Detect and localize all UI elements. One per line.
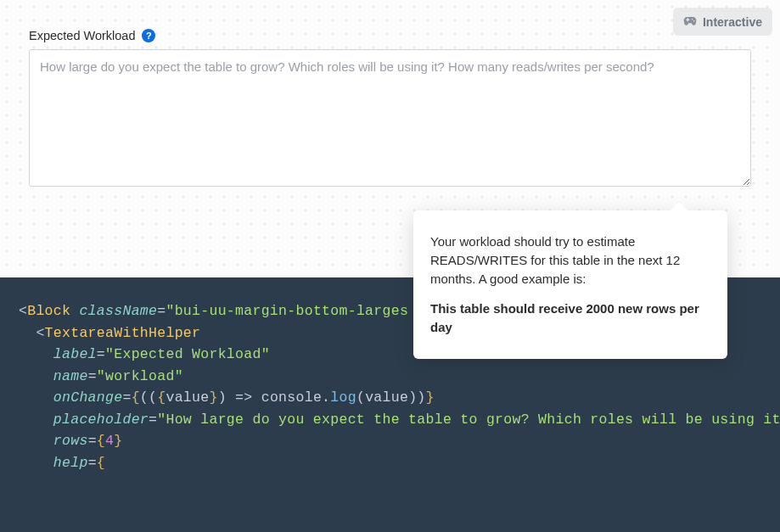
code-token: = bbox=[88, 368, 97, 384]
field-label-row: Expected Workload ? bbox=[29, 29, 751, 42]
code-token: => bbox=[227, 389, 261, 406]
code-token: = bbox=[157, 303, 166, 319]
code-token: placeholder bbox=[53, 412, 149, 428]
code-token: ( bbox=[356, 389, 365, 406]
code-token: value bbox=[166, 389, 209, 406]
code-token: < bbox=[19, 303, 27, 319]
code-token: "workload" bbox=[97, 368, 183, 384]
code-token: TextareaWithHelper bbox=[45, 325, 201, 341]
code-token: "Expected Workload" bbox=[105, 346, 270, 362]
code-token: (( bbox=[140, 389, 157, 406]
help-icon[interactable]: ? bbox=[142, 29, 155, 42]
code-token: . bbox=[322, 389, 330, 406]
code-token: { bbox=[132, 389, 140, 406]
interactive-badge-label: Interactive bbox=[703, 15, 762, 29]
tooltip-text: Your workload should try to estimate REA… bbox=[430, 232, 705, 288]
code-token: 4 bbox=[105, 433, 114, 449]
help-tooltip: Your workload should try to estimate REA… bbox=[413, 210, 727, 359]
code-token: { bbox=[97, 433, 105, 449]
code-token: className bbox=[79, 303, 157, 319]
workload-textarea[interactable] bbox=[29, 49, 751, 187]
code-token: rows bbox=[53, 433, 88, 449]
code-token: ) bbox=[417, 389, 425, 406]
code-token: = bbox=[88, 455, 97, 471]
code-token: log bbox=[330, 389, 356, 406]
gamepad-icon bbox=[683, 14, 697, 30]
code-token: = bbox=[122, 389, 131, 406]
code-token: "How large do you expect the table to gr… bbox=[157, 412, 780, 428]
code-token: name bbox=[53, 368, 88, 384]
code-token: ) bbox=[218, 389, 227, 406]
code-token: = bbox=[149, 412, 157, 428]
code-token: console bbox=[261, 389, 322, 406]
code-token: "bui-uu-margin-bottom-larges bbox=[166, 303, 408, 319]
code-token: } bbox=[426, 389, 435, 406]
code-token: = bbox=[88, 433, 97, 449]
code-token: Block bbox=[27, 303, 70, 319]
code-token: help bbox=[53, 455, 88, 471]
field-label: Expected Workload bbox=[29, 29, 135, 42]
code-token: { bbox=[157, 389, 166, 406]
code-token: = bbox=[97, 346, 105, 362]
code-token: { bbox=[97, 455, 105, 471]
code-token: value bbox=[365, 389, 408, 406]
code-token: < bbox=[36, 325, 44, 341]
code-token: label bbox=[53, 346, 97, 362]
code-token: ) bbox=[408, 389, 417, 406]
code-token: } bbox=[114, 433, 122, 449]
code-token: } bbox=[209, 389, 217, 406]
interactive-badge: Interactive bbox=[673, 8, 772, 36]
code-token: onChange bbox=[53, 389, 123, 406]
tooltip-example: This table should receive 2000 new rows … bbox=[430, 300, 705, 337]
